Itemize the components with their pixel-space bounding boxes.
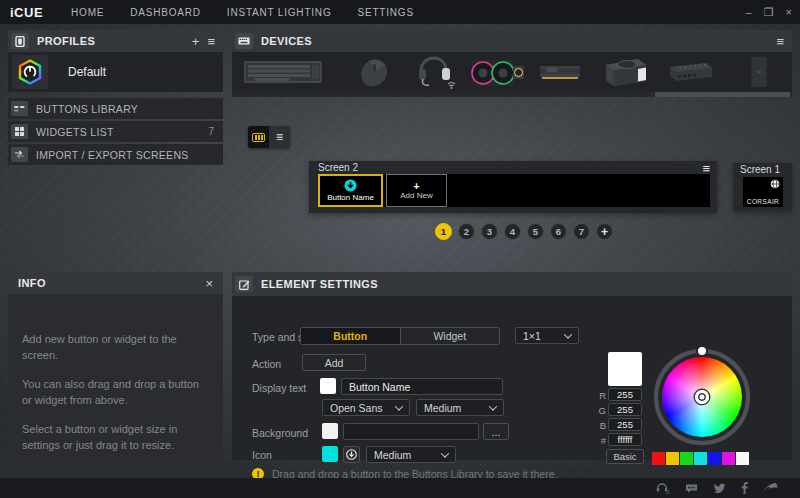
element-settings-body: Type and size Button Widget 1×1 Action A… [232,296,792,460]
view-mode-toggle: ≡ [248,126,290,148]
page-5-button[interactable]: 5 [527,223,544,240]
swatch-red[interactable] [652,452,665,465]
devices-icon [235,33,253,49]
add-new-tile[interactable]: + Add New [386,174,447,207]
screen1-panel: Screen 1 CORSAIR [733,163,792,211]
font-family-dropdown[interactable]: Open Sans [322,399,410,416]
device-memory[interactable] [538,54,582,90]
facebook-icon[interactable] [741,482,748,494]
element-settings-panel: ELEMENT SETTINGS Type and size Button Wi… [232,272,792,460]
page-2-button[interactable]: 2 [458,223,475,240]
page-6-button[interactable]: 6 [550,223,567,240]
maximize-button[interactable]: ❐ [764,6,774,19]
background-color-swatch[interactable] [322,423,338,439]
device-power-supply[interactable] [598,54,652,90]
sidebar-item-widgets-list[interactable]: WIDGETS LIST 7 [8,121,223,142]
basic-palette-button[interactable]: Basic [606,449,644,464]
page-1-button[interactable]: 1 [435,223,452,240]
close-button[interactable]: × [786,6,792,18]
support-24-icon[interactable]: 24 [656,483,670,494]
icon-size-dropdown[interactable]: Medium [366,446,456,463]
profiles-header: PROFILES + ≡ [8,30,223,52]
hex-input[interactable]: ffffff [608,433,642,446]
type-option-widget[interactable]: Widget [400,328,500,344]
info-close-icon[interactable]: × [205,276,213,291]
device-cooling-node[interactable] [744,54,774,90]
hex-label: # [598,435,606,446]
icon-label: Icon [252,449,272,461]
background-input[interactable] [343,423,479,440]
profiles-menu-button[interactable]: ≡ [207,35,215,48]
profiles-icon [11,33,29,49]
deck-view-button[interactable] [248,126,269,148]
element-settings-header: ELEMENT SETTINGS [232,272,792,296]
swatch-magenta[interactable] [722,452,735,465]
info-paragraph: You can also drag and drop a button or w… [22,377,209,409]
quick-swatches [652,452,749,465]
action-add-button[interactable]: Add [302,354,366,371]
icue-profile-hex-icon [17,59,43,85]
type-segmented-control: Button Widget [300,327,500,345]
b-input[interactable]: 255 [608,418,642,431]
swatch-blue[interactable] [708,452,721,465]
wheel-knob[interactable] [695,390,709,404]
ring-knob[interactable] [696,345,708,357]
page-3-button[interactable]: 3 [481,223,498,240]
type-option-button[interactable]: Button [301,328,400,344]
menu-settings[interactable]: SETTINGS [357,7,413,18]
font-weight-dropdown[interactable]: Medium [416,399,504,416]
g-input[interactable]: 255 [608,403,642,416]
devices-header: DEVICES ≡ [232,30,792,52]
size-dropdown[interactable]: 1×1 [515,327,579,344]
swatch-cyan[interactable] [694,452,707,465]
page-4-button[interactable]: 4 [504,223,521,240]
icon-picker-button[interactable] [343,446,360,463]
devices-menu-button[interactable]: ≡ [776,35,784,48]
add-profile-button[interactable]: + [192,35,200,48]
device-keyboard[interactable] [240,54,326,90]
button-name-tile[interactable]: Button Name [318,174,383,207]
corsair-logo-icon[interactable] [763,483,778,493]
element-settings-title: ELEMENT SETTINGS [261,278,378,290]
chevron-down-icon [489,402,497,410]
icon-color-swatch[interactable] [322,446,338,462]
device-liquid-cooler[interactable] [468,54,528,90]
device-commander[interactable] [664,54,716,90]
r-input[interactable]: 255 [608,388,642,401]
screen1-thumbnail[interactable]: CORSAIR [743,177,783,207]
swatch-white[interactable] [736,452,749,465]
devices-title: DEVICES [261,35,312,47]
devices-strip [232,52,792,92]
display-text-color-swatch[interactable] [320,378,336,394]
chevron-down-icon [564,330,572,338]
profile-name: Default [68,65,106,79]
swatch-green[interactable] [680,452,693,465]
info-title: INFO [18,277,46,289]
menu-dashboard[interactable]: DASHBOARD [130,7,201,18]
chat-icon[interactable] [685,483,698,494]
menu-instant-lighting[interactable]: INSTANT LIGHTING [227,7,332,18]
add-page-button[interactable]: + [596,223,613,240]
display-text-input[interactable]: Button Name [341,378,503,395]
chevron-down-icon [395,402,403,410]
info-paragraph: Add new button or widget to the screen. [22,332,209,364]
screen2-panel: Screen 2 ≡ Button Name + Add New [309,161,717,213]
device-mouse[interactable] [352,54,396,90]
sidebar-item-import-export-screens[interactable]: IMPORT / EXPORT SCREENS [8,144,223,165]
swatch-yellow[interactable] [666,452,679,465]
menu-home[interactable]: HOME [71,7,104,18]
screen2-canvas[interactable]: Button Name + Add New [318,174,710,207]
page-7-button[interactable]: 7 [573,223,590,240]
profile-default-item[interactable] [12,55,48,89]
background-browse-button[interactable]: ... [483,423,509,440]
minimize-button[interactable]: – [746,6,752,18]
buttons-library-icon [11,101,28,116]
devices-scrollbar-thumb[interactable] [655,92,790,97]
edit-icon [235,276,253,292]
twitter-icon[interactable] [713,483,726,494]
sidebar-item-buttons-library[interactable]: BUTTONS LIBRARY [8,98,223,119]
globe-icon [770,179,780,189]
device-wireless-headset[interactable] [410,54,460,90]
devices-scrollbar[interactable] [232,92,792,97]
list-view-button[interactable]: ≡ [269,126,290,148]
